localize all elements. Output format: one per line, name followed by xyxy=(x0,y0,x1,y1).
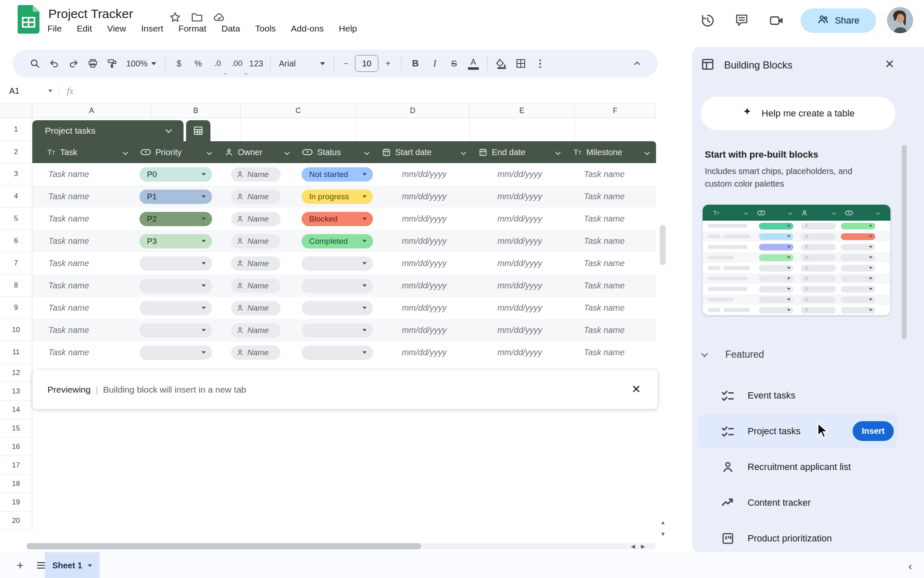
milestone-cell[interactable]: Task name xyxy=(567,214,656,224)
menu-edit[interactable]: Edit xyxy=(77,24,92,34)
borders-icon[interactable] xyxy=(511,54,530,73)
end-date-cell[interactable]: mm/dd/yyyy xyxy=(472,169,567,179)
close-icon[interactable]: ✕ xyxy=(631,384,641,395)
milestone-cell[interactable]: Task name xyxy=(567,325,656,335)
priority-chip[interactable] xyxy=(139,323,212,338)
owner-chip[interactable]: Name xyxy=(231,234,281,248)
search-icon[interactable] xyxy=(25,54,45,73)
featured-item-event-tasks[interactable]: Event tasks xyxy=(692,377,924,413)
font-select[interactable]: Arial xyxy=(275,54,329,73)
close-icon[interactable]: ✕ xyxy=(882,56,897,71)
increase-font-size-button[interactable]: + xyxy=(379,54,397,73)
move-folder-icon[interactable] xyxy=(191,11,203,25)
priority-chip[interactable]: P0 xyxy=(139,167,212,182)
row-header-9[interactable]: 9 xyxy=(0,297,32,319)
help-me-create-table-button[interactable]: Help me create a table xyxy=(701,97,895,130)
vertical-scrollbar[interactable] xyxy=(660,225,666,265)
row-header-16[interactable]: 16 xyxy=(0,438,32,456)
add-sheet-button[interactable]: + xyxy=(11,557,29,574)
horizontal-scrollbar[interactable] xyxy=(26,543,421,549)
start-date-cell[interactable]: mm/dd/yyyy xyxy=(376,281,472,290)
milestone-cell[interactable]: Task name xyxy=(567,303,656,313)
owner-chip[interactable]: Name xyxy=(231,346,281,360)
priority-chip[interactable]: P3 xyxy=(139,234,212,248)
owner-chip[interactable]: Name xyxy=(231,279,281,293)
start-date-cell[interactable]: mm/dd/yyyy xyxy=(376,348,472,357)
end-date-cell[interactable]: mm/dd/yyyy xyxy=(472,348,567,357)
priority-chip[interactable] xyxy=(139,256,212,271)
task-cell[interactable]: Task name xyxy=(32,259,134,268)
collapse-toolbar-icon[interactable] xyxy=(627,54,647,73)
row-header-10[interactable]: 10 xyxy=(0,319,32,341)
insert-button[interactable]: Insert xyxy=(853,421,894,441)
text-color-button[interactable]: A xyxy=(464,54,483,73)
grid-corner-box[interactable] xyxy=(0,103,32,118)
row-header-14[interactable]: 14 xyxy=(0,401,32,419)
end-date-cell[interactable]: mm/dd/yyyy xyxy=(472,281,567,290)
column-header-F[interactable]: F xyxy=(575,103,656,118)
status-chip[interactable] xyxy=(302,346,373,360)
row-header-17[interactable]: 17 xyxy=(0,456,32,475)
scroll-right-icon[interactable]: ▶ xyxy=(641,543,645,549)
menu-insert[interactable]: Insert xyxy=(141,24,163,34)
end-date-cell[interactable]: mm/dd/yyyy xyxy=(472,192,567,201)
priority-chip[interactable] xyxy=(139,346,212,360)
more-options-icon[interactable]: ⋮ xyxy=(530,54,550,73)
status-chip[interactable]: In progress xyxy=(302,190,373,204)
row-header-6[interactable]: 6 xyxy=(0,230,32,252)
end-date-cell[interactable]: mm/dd/yyyy xyxy=(472,236,567,246)
priority-chip[interactable]: P2 xyxy=(139,212,212,226)
table-grid-tab[interactable] xyxy=(186,120,210,141)
menu-addons[interactable]: Add-ons xyxy=(291,24,324,34)
menu-view[interactable]: View xyxy=(107,24,126,34)
task-cell[interactable]: Task name xyxy=(32,192,134,201)
start-date-cell[interactable]: mm/dd/yyyy xyxy=(376,303,472,313)
scroll-left-icon[interactable]: ◀ xyxy=(631,543,635,549)
table-header-status[interactable]: Status xyxy=(296,141,376,163)
panel-collapse-chevron[interactable]: ‹ xyxy=(903,559,917,573)
star-icon[interactable] xyxy=(169,11,181,25)
column-header-E[interactable]: E xyxy=(470,103,575,118)
video-call-icon[interactable] xyxy=(769,13,785,29)
owner-chip[interactable]: Name xyxy=(231,323,281,338)
table-header-start-date[interactable]: Start date xyxy=(376,141,472,163)
row-header-3[interactable]: 3 xyxy=(0,163,32,185)
owner-chip[interactable]: Name xyxy=(231,212,281,226)
row-header-2[interactable]: 2 xyxy=(0,141,32,163)
fill-color-icon[interactable] xyxy=(492,54,511,73)
status-chip[interactable]: Completed xyxy=(302,234,373,248)
task-cell[interactable]: Task name xyxy=(32,303,134,313)
row-header-5[interactable]: 5 xyxy=(0,208,32,230)
task-cell[interactable]: Task name xyxy=(32,214,134,224)
milestone-cell[interactable]: Task name xyxy=(567,169,656,179)
priority-chip[interactable]: P1 xyxy=(139,190,212,204)
decrease-font-size-button[interactable]: − xyxy=(338,54,354,73)
document-title[interactable]: Project Tracker xyxy=(48,7,133,21)
featured-item-content-tracker[interactable]: Content tracker xyxy=(692,485,924,520)
table-header-end-date[interactable]: End date xyxy=(472,141,567,163)
status-chip[interactable] xyxy=(302,279,373,293)
column-header-A[interactable]: A xyxy=(32,103,151,118)
table-header-priority[interactable]: Priority xyxy=(134,141,218,163)
priority-chip[interactable] xyxy=(139,301,212,315)
currency-format-button[interactable]: $ xyxy=(169,54,189,73)
status-chip[interactable] xyxy=(302,301,373,315)
owner-chip[interactable]: Name xyxy=(231,301,281,315)
undo-icon[interactable] xyxy=(45,54,64,73)
status-chip[interactable]: Blocked xyxy=(302,212,373,226)
column-header-B[interactable]: B xyxy=(151,103,241,118)
table-header-owner[interactable]: Owner xyxy=(218,141,296,163)
row-header-8[interactable]: 8 xyxy=(0,274,32,297)
table-header-task[interactable]: TTTask xyxy=(32,141,134,163)
table-header-milestone[interactable]: TTMilestone xyxy=(567,141,656,163)
redo-icon[interactable] xyxy=(64,54,83,73)
start-date-cell[interactable]: mm/dd/yyyy xyxy=(376,259,472,268)
strikethrough-button[interactable]: S xyxy=(444,54,464,73)
milestone-cell[interactable]: Task name xyxy=(567,348,656,357)
start-date-cell[interactable]: mm/dd/yyyy xyxy=(376,192,472,201)
prebuilt-preview-card[interactable]: TT xyxy=(703,205,890,315)
priority-chip[interactable] xyxy=(139,279,212,293)
bold-button[interactable]: B xyxy=(406,54,425,73)
italic-button[interactable]: I xyxy=(425,54,444,73)
owner-chip[interactable]: Name xyxy=(231,190,281,204)
